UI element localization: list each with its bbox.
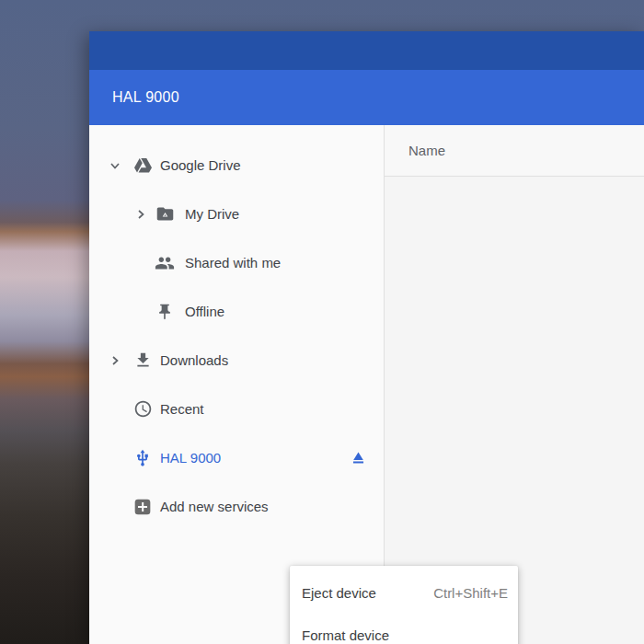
chevron-right-icon[interactable] [130,203,152,225]
name-column-header[interactable]: Name [408,143,445,158]
app-header: HAL 9000 [89,70,644,125]
sidebar-item-label: Shared with me [185,255,281,270]
eject-icon [350,449,367,466]
sidebar-item-label: Recent [160,401,204,417]
download-icon [132,350,154,372]
sidebar-item-label: Add new services [160,499,269,514]
sidebar-item-label: Downloads [160,352,228,368]
sidebar-item-my-drive[interactable]: My Drive [89,190,384,238]
context-menu: Eject device Ctrl+Shift+E Format device … [290,566,518,644]
sidebar-item-downloads[interactable]: Downloads [89,336,384,385]
sidebar-item-shared-with-me[interactable]: Shared with me [89,238,384,287]
window-titlebar [89,31,644,70]
sidebar-item-label: My Drive [185,206,239,222]
menu-item-label: Eject device [302,585,376,601]
file-list-header[interactable]: Name [385,125,644,177]
people-icon [154,252,176,274]
page-title: HAL 9000 [112,89,179,106]
eject-button[interactable] [345,445,371,471]
sidebar-item-google-drive[interactable]: Google Drive [89,141,384,190]
chevron-right-icon[interactable] [104,350,126,372]
sidebar-item-add-new-services[interactable]: Add new services [89,482,384,531]
menu-item-eject-device[interactable]: Eject device Ctrl+Shift+E [290,571,518,614]
files-app-window: HAL 9000 Google Drive My Drive [89,31,644,644]
sidebar-item-hal-9000[interactable]: HAL 9000 [89,433,384,482]
google-drive-icon [132,155,154,177]
sidebar-item-label: Google Drive [160,157,241,173]
sidebar-item-recent[interactable]: Recent [89,385,384,433]
clock-icon [132,398,154,420]
usb-icon [132,447,154,469]
sidebar-item-label: Offline [185,304,224,319]
chevron-down-icon[interactable] [104,155,126,177]
pin-icon [154,301,176,323]
menu-item-format-device[interactable]: Format device [290,614,518,644]
menu-item-label: Format device [302,627,389,643]
window-content: Google Drive My Drive Shared with me [89,125,644,644]
drive-folder-icon [154,203,176,225]
menu-item-shortcut: Ctrl+Shift+E [433,585,508,601]
sidebar-item-offline[interactable]: Offline [89,287,384,336]
add-icon [132,496,154,518]
sidebar-item-label: HAL 9000 [160,450,221,466]
